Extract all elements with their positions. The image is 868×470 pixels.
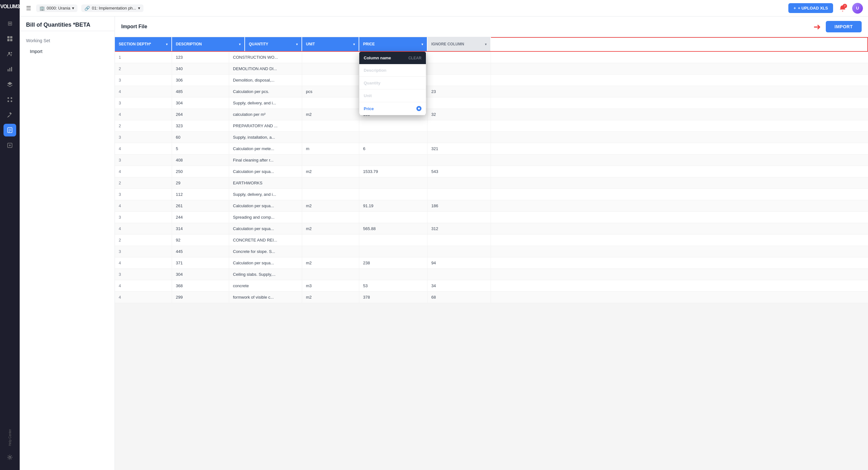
boq-icon[interactable]: [3, 124, 16, 136]
cell-unit-15: m2: [302, 223, 359, 234]
cell-unit-16: [302, 234, 359, 246]
col-header-section[interactable]: SECTION DEPTH* ▾: [115, 37, 172, 51]
left-panel-nav: Working Set Import: [20, 31, 115, 60]
cell-desc-15: Calculation per squa...: [229, 223, 302, 234]
cell-ignore-19: [428, 269, 491, 280]
table-container[interactable]: SECTION DEPTH* ▾ DESCRIPTION ▾ QUANTITY …: [115, 37, 868, 470]
settings-icon[interactable]: [3, 451, 16, 464]
table-row: 3 408 Final cleaning after r...: [115, 155, 868, 166]
cell-price-6: [359, 120, 428, 131]
col-header-description[interactable]: DESCRIPTION ▾: [172, 37, 245, 51]
cell-desc-21: formwork of visible c...: [229, 292, 302, 303]
upload-xls-button[interactable]: + + UPLOAD XLS: [788, 3, 833, 13]
phase-selector[interactable]: 🔗 01: Implementation ph... ▾: [81, 4, 143, 12]
content-area: Bill of Quantities *BETA Working Set Imp…: [20, 17, 868, 470]
help-center-label: Help Center: [8, 429, 12, 446]
cell-qty-2: 306: [172, 74, 229, 86]
cell-price-9: [359, 155, 428, 166]
cell-desc-3: Calculation per pcs.: [229, 86, 302, 97]
table-row: 4 371 Calculation per squa... m2 238 94: [115, 257, 868, 269]
notification-button[interactable]: 7: [837, 3, 848, 14]
cell-unit-13: m2: [302, 200, 359, 211]
cell-qty-19: 304: [172, 269, 229, 280]
cell-price-10: 1533.79: [359, 166, 428, 177]
cell-ignore-13: 186: [428, 200, 491, 211]
cell-qty-16: 92: [172, 234, 229, 246]
table-row: 3 244 Spreading and comp...: [115, 212, 868, 223]
svg-rect-2: [7, 39, 9, 41]
cell-depth-6: 2: [115, 120, 172, 131]
nav-item-import[interactable]: Import: [20, 46, 115, 57]
cell-depth-15: 4: [115, 223, 172, 234]
svg-rect-7: [9, 68, 10, 71]
sidebar: VOLUM3 ⊞ Help Center: [0, 0, 20, 470]
cell-unit-12: [302, 189, 359, 200]
dropdown-label-unit: Unit: [364, 93, 372, 98]
pin-icon[interactable]: [3, 108, 16, 121]
cell-price-21: 378: [359, 292, 428, 303]
svg-rect-6: [8, 69, 8, 71]
dropdown-item-unit[interactable]: Unit: [359, 90, 426, 102]
cell-unit-4: [302, 97, 359, 108]
col-header-quantity[interactable]: QUANTITY ▾: [245, 37, 302, 51]
dropdown-clear-button[interactable]: CLEAR: [408, 56, 422, 60]
dropdown-item-price[interactable]: Price: [359, 102, 426, 115]
cell-depth-4: 3: [115, 97, 172, 108]
cell-depth-17: 3: [115, 246, 172, 257]
cell-depth-16: 2: [115, 234, 172, 246]
cell-unit-2: [302, 74, 359, 86]
cell-ignore-16: [428, 234, 491, 246]
price-dropdown-popup: Column name CLEAR Description Quantity U…: [359, 52, 426, 115]
cell-desc-19: Ceiling slabs. Supply,...: [229, 269, 302, 280]
cell-ignore-12: [428, 189, 491, 200]
dropdown-item-description[interactable]: Description: [359, 64, 426, 77]
column-headers: SECTION DEPTH* ▾ DESCRIPTION ▾ QUANTITY …: [115, 37, 868, 52]
cell-unit-9: [302, 155, 359, 166]
price-radio-selected: [416, 106, 422, 111]
cell-price-16: [359, 234, 428, 246]
data-table: 1 123 CONSTRUCTION WO... 2 340 DEMOLITIO…: [115, 52, 868, 303]
cell-unit-17: [302, 246, 359, 257]
cell-desc-18: Calculation per squa...: [229, 257, 302, 269]
col-header-unit[interactable]: UNIT ▾: [302, 37, 359, 51]
cell-desc-6: PREPARATORY AND ...: [229, 120, 302, 131]
import-button[interactable]: IMPORT: [826, 21, 862, 32]
notification-badge: 7: [843, 4, 847, 8]
cell-unit-3: pcs: [302, 86, 359, 97]
col-unit-chevron: ▾: [353, 42, 355, 46]
cell-ignore-18: 94: [428, 257, 491, 269]
cell-price-17: [359, 246, 428, 257]
cell-depth-11: 2: [115, 178, 172, 189]
dropdown-item-quantity[interactable]: Quantity: [359, 77, 426, 90]
phase-label: 01: Implementation ph...: [92, 6, 136, 10]
survey-icon[interactable]: [3, 139, 16, 152]
col-price-label: PRICE: [363, 42, 375, 46]
table-row: 3 306 Demolition, disposal,...: [115, 74, 868, 86]
import-file-title: Import File: [121, 24, 147, 30]
project-chevron: ▾: [72, 6, 74, 10]
grid-icon[interactable]: ⊞: [3, 17, 16, 30]
layers-icon[interactable]: [3, 78, 16, 91]
col-header-price[interactable]: PRICE ▾ Column name CLEAR Description: [359, 37, 428, 51]
main-panel: ☰ 🏢 0000: Urania ▾ 🔗 01: Implementation …: [20, 0, 868, 470]
col-desc-label: DESCRIPTION: [176, 42, 202, 46]
dashboard-icon[interactable]: [3, 32, 16, 45]
chart-icon[interactable]: [3, 63, 16, 75]
svg-point-9: [8, 97, 9, 99]
col-header-ignore[interactable]: IGNORE COLUMN ▾: [428, 37, 491, 51]
cell-price-14: [359, 212, 428, 223]
cell-desc-12: Supply, delivery, and i...: [229, 189, 302, 200]
people-icon[interactable]: [3, 48, 16, 60]
cell-desc-16: CONCRETE AND REI...: [229, 234, 302, 246]
cell-ignore-2: [428, 74, 491, 86]
cell-depth-5: 4: [115, 109, 172, 120]
nav-item-working-set[interactable]: Working Set: [20, 35, 115, 46]
svg-rect-3: [10, 39, 12, 41]
cell-desc-8: Calculation per mete...: [229, 143, 302, 154]
user-avatar[interactable]: U: [852, 3, 863, 14]
modules-icon[interactable]: [3, 93, 16, 106]
cell-depth-20: 4: [115, 280, 172, 291]
project-selector[interactable]: 🏢 0000: Urania ▾: [36, 4, 78, 12]
hamburger-button[interactable]: ☰: [25, 3, 32, 13]
cell-depth-7: 3: [115, 132, 172, 143]
